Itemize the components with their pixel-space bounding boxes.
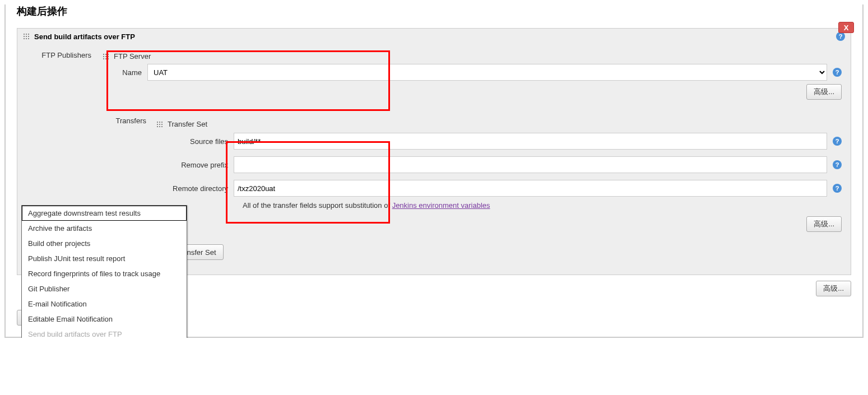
section-title: 构建后操作 xyxy=(17,4,851,18)
publisher-title: Send build artifacts over FTP xyxy=(34,32,135,41)
menu-item[interactable]: Aggregate downstream test results xyxy=(22,206,187,221)
server-name-select[interactable]: UAT xyxy=(147,64,827,81)
menu-item[interactable]: Archive the artifacts xyxy=(22,221,187,236)
source-files-input[interactable] xyxy=(234,133,827,150)
server-advanced-button[interactable]: 高级... xyxy=(806,84,842,100)
env-vars-link[interactable]: Jenkins environment variables xyxy=(392,201,490,210)
menu-item[interactable]: E-mail Notification xyxy=(22,296,187,312)
name-label: Name xyxy=(113,68,142,77)
help-icon[interactable]: ? xyxy=(833,137,842,146)
delete-publisher-button[interactable]: X xyxy=(838,22,854,33)
help-icon[interactable]: ? xyxy=(833,184,842,193)
publisher-header: Send build artifacts over FTP ? xyxy=(17,29,851,44)
ftp-server-section: FTP Server Name UAT ? 高级... xyxy=(99,47,842,109)
ftp-publishers-label: FTP Publishers xyxy=(26,47,99,64)
hint-prefix: All of the transfer fields support subst… xyxy=(243,201,392,210)
drag-handle-icon[interactable] xyxy=(23,33,30,40)
transfer-advanced-button[interactable]: 高级... xyxy=(806,216,842,232)
transfer-set-heading: Transfer Set xyxy=(168,120,207,128)
transfer-set: Transfer Set Source files ? xyxy=(154,115,842,240)
drag-handle-icon[interactable] xyxy=(156,121,163,128)
help-icon[interactable]: ? xyxy=(836,32,845,41)
transfer-hint: All of the transfer fields support subst… xyxy=(166,201,842,210)
remote-directory-input[interactable] xyxy=(234,180,827,197)
drag-handle-icon[interactable] xyxy=(103,53,109,60)
source-files-label: Source files xyxy=(166,137,228,146)
menu-item[interactable]: Publish JUnit test result report xyxy=(22,251,187,266)
menu-item[interactable]: Send build artifacts over FTP xyxy=(22,327,187,338)
menu-item[interactable]: Record fingerprints of files to track us… xyxy=(22,266,187,281)
remove-prefix-label: Remove prefix xyxy=(166,161,228,169)
help-icon[interactable]: ? xyxy=(833,160,842,169)
ftp-server-heading: FTP Server xyxy=(114,52,151,61)
menu-item[interactable]: Editable Email Notification xyxy=(22,312,187,327)
menu-item[interactable]: Git Publisher xyxy=(22,281,187,296)
outer-advanced-button[interactable]: 高级... xyxy=(816,281,851,296)
remote-directory-label: Remote directory xyxy=(166,184,228,193)
post-build-actions-menu[interactable]: Aggregate downstream test resultsArchive… xyxy=(21,205,187,338)
menu-item[interactable]: Build other projects xyxy=(22,236,187,251)
remove-prefix-input[interactable] xyxy=(234,156,827,173)
transfers-label: Transfers xyxy=(99,112,154,129)
help-icon[interactable]: ? xyxy=(833,68,842,77)
